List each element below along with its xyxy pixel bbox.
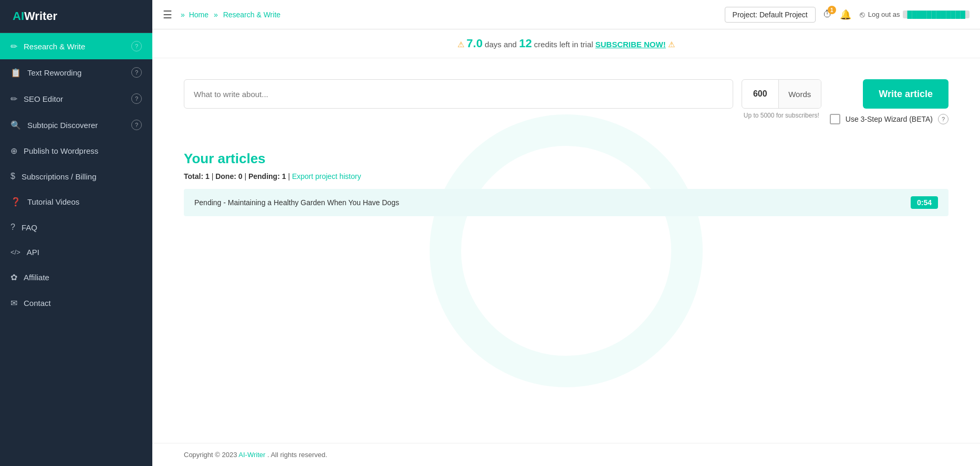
seo-editor-icon: ✏ (11, 94, 17, 104)
contact-icon: ✉ (11, 298, 17, 308)
footer-copyright: Copyright © 2023 (184, 451, 237, 459)
articles-section: Your articles Total: 1 | Done: 0 | Pendi… (184, 151, 948, 216)
breadcrumb-sep-1: » (181, 10, 185, 19)
breadcrumb-home[interactable]: Home (189, 10, 208, 19)
write-btn-area: Write article Use 3-Step Wizard (BETA) ? (830, 79, 948, 124)
sidebar-item-label: SEO Editor (24, 94, 63, 103)
articles-done: Done: 0 (215, 172, 242, 181)
wizard-checkbox[interactable] (830, 114, 840, 124)
breadcrumb-current: Research & Write (223, 10, 280, 19)
logout-user: ████████████ (903, 10, 969, 18)
sidebar-item-affiliate[interactable]: ✿ Affiliate (0, 264, 152, 290)
subscribe-now-link[interactable]: SUBSCRIBE NOW! (596, 40, 666, 49)
billing-icon: $ (11, 172, 15, 181)
sidebar-item-publish-wordpress[interactable]: ⊕ Publish to Wordpress (0, 138, 152, 164)
articles-meta: Total: 1 | Done: 0 | Pending: 1 | Export… (184, 172, 948, 181)
topbar-icons: ⏱ 1 🔔 (823, 9, 851, 20)
wizard-section: Use 3-Step Wizard (BETA) ? (830, 114, 948, 124)
articles-title: Your articles (184, 151, 948, 167)
trial-days-text: days and (485, 40, 517, 49)
logout-area[interactable]: ⎋ Log out as ████████████ (860, 10, 969, 19)
logout-label: Log out as (868, 10, 900, 18)
sidebar-item-contact[interactable]: ✉ Contact (0, 290, 152, 316)
write-section: 600 Words Up to 5000 for subscribers! Wr… (184, 79, 948, 124)
logout-icon: ⎋ (860, 10, 865, 19)
sidebar-item-subscriptions-billing[interactable]: $ Subscriptions / Billing (0, 164, 152, 189)
article-row: Pending - Maintaining a Healthy Garden W… (184, 189, 948, 216)
help-icon-research[interactable]: ? (131, 41, 142, 51)
words-count[interactable]: 600 (742, 80, 779, 108)
trial-days-value: 7.0 (466, 37, 483, 50)
help-icon-rewording[interactable]: ? (131, 67, 142, 78)
footer-brand-link[interactable]: AI-Writer (238, 451, 265, 459)
trial-credits-value: 12 (519, 37, 531, 50)
sidebar-item-label: Publish to Wordpress (24, 146, 98, 155)
breadcrumb: » Home » Research & Write (181, 10, 725, 19)
breadcrumb-sep-2: » (214, 10, 220, 19)
sidebar-logo: AIWriter (0, 0, 152, 33)
faq-icon: ? (11, 223, 15, 232)
bell-icon[interactable]: 🔔 (840, 9, 851, 20)
export-history-link[interactable]: Export project history (292, 172, 361, 181)
logo-writer: Writer (24, 9, 57, 23)
sidebar-item-api[interactable]: </> API (0, 240, 152, 264)
articles-pending: Pending: 1 (248, 172, 286, 181)
article-name: Maintaining a Healthy Garden When You Ha… (228, 198, 399, 207)
words-container: 600 Words Up to 5000 for subscribers! (742, 79, 821, 119)
topbar: ☰ » Home » Research & Write Project: Def… (152, 0, 980, 29)
trial-banner: ⚠ 7.0 days and 12 credits left in trial … (152, 29, 980, 58)
project-selector[interactable]: Project: Default Project (725, 7, 816, 23)
wizard-help-icon[interactable]: ? (938, 114, 948, 124)
sidebar-item-faq[interactable]: ? FAQ (0, 215, 152, 240)
wizard-label: Use 3-Step Wizard (BETA) (846, 115, 933, 123)
article-title: Pending - Maintaining a Healthy Garden W… (194, 198, 399, 207)
activity-icon[interactable]: ⏱ 1 (823, 9, 832, 20)
warning-icon-2: ⚠ (668, 40, 675, 49)
topic-input[interactable] (184, 79, 733, 109)
hamburger-menu[interactable]: ☰ (163, 8, 172, 21)
footer-suffix: . All rights reserved. (267, 451, 327, 459)
content-area: 600 Words Up to 5000 for subscribers! Wr… (152, 58, 980, 443)
text-rewording-icon: 📋 (11, 68, 21, 78)
affiliate-icon: ✿ (11, 272, 17, 282)
help-icon-seo[interactable]: ? (131, 93, 142, 104)
research-write-icon: ✏ (11, 41, 17, 51)
sidebar-item-tutorial-videos[interactable]: ❓ Tutorial Videos (0, 189, 152, 215)
words-label: Words (779, 80, 821, 108)
wordpress-icon: ⊕ (11, 146, 17, 156)
sidebar-item-seo-editor[interactable]: ✏ SEO Editor ? (0, 86, 152, 112)
article-status: Pending - (194, 198, 228, 207)
articles-total: Total: 1 (184, 172, 210, 181)
sidebar-item-text-rewording[interactable]: 📋 Text Rewording ? (0, 59, 152, 86)
trial-credits-text: credits left in trial (534, 40, 593, 49)
subtopic-icon: 🔍 (11, 120, 21, 130)
sidebar-item-label: Tutorial Videos (27, 197, 79, 206)
sidebar-item-label: Affiliate (24, 273, 49, 282)
api-icon: </> (11, 248, 20, 256)
sidebar-item-label: Research & Write (24, 42, 85, 51)
warning-icon-1: ⚠ (457, 40, 464, 49)
help-icon-subtopic[interactable]: ? (131, 120, 142, 130)
sidebar-item-subtopic-discoverer[interactable]: 🔍 Subtopic Discoverer ? (0, 112, 152, 138)
article-timer: 0:54 (911, 196, 938, 209)
sidebar: AIWriter ✏ Research & Write ? 📋 Text Rew… (0, 0, 152, 466)
sidebar-item-label: API (27, 248, 39, 257)
sidebar-item-label: Subtopic Discoverer (27, 121, 98, 130)
sidebar-item-label: Text Rewording (27, 68, 81, 77)
main-area: ☰ » Home » Research & Write Project: Def… (152, 0, 980, 466)
sidebar-item-research-write[interactable]: ✏ Research & Write ? (0, 33, 152, 59)
sidebar-item-label: Subscriptions / Billing (22, 172, 97, 181)
footer: Copyright © 2023 AI-Writer . All rights … (152, 443, 980, 466)
write-article-button[interactable]: Write article (863, 79, 948, 109)
sidebar-item-label: FAQ (22, 223, 37, 232)
tutorial-icon: ❓ (11, 197, 21, 207)
notification-badge: 1 (828, 6, 836, 14)
words-hint: Up to 5000 for subscribers! (744, 112, 819, 119)
sidebar-item-label: Contact (24, 299, 51, 308)
logo-ai: AI (13, 9, 24, 23)
words-box: 600 Words (742, 79, 821, 109)
